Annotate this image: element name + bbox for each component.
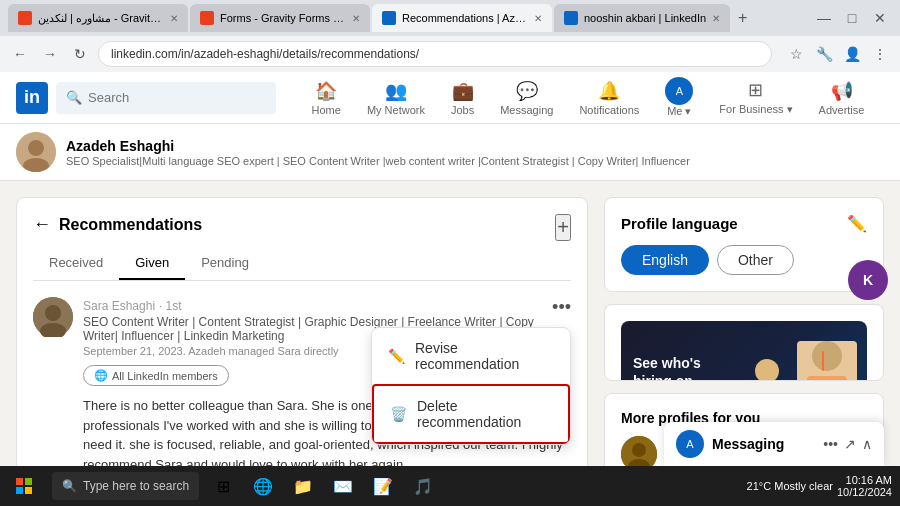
tab-close-4[interactable]: ✕ <box>712 13 720 24</box>
profile-headline: SEO Specialist|Multi language SEO expert… <box>66 155 884 167</box>
delete-recommendation-item[interactable]: 🗑️ Delete recommendation <box>372 384 570 444</box>
refresh-button[interactable]: ↻ <box>68 42 92 66</box>
tab-favicon-1 <box>18 11 32 25</box>
search-bar[interactable]: 🔍 <box>56 82 276 114</box>
nav-me-label: Me ▾ <box>667 105 691 118</box>
nav-network-label: My Network <box>367 104 425 116</box>
globe-icon: 🌐 <box>94 369 108 382</box>
bookmark-button[interactable]: ☆ <box>784 42 808 66</box>
search-input[interactable] <box>88 90 266 105</box>
nav-network[interactable]: 👥 My Network <box>355 76 437 120</box>
tab-close-2[interactable]: ✕ <box>352 13 360 24</box>
language-edit-button[interactable]: ✏️ <box>847 214 867 233</box>
svg-point-7 <box>812 341 842 371</box>
rec-name: Sara Eshaghi · 1st <box>83 297 571 313</box>
messaging-collapse-button[interactable]: ∧ <box>862 436 872 452</box>
rec-avatar <box>33 297 73 337</box>
nav-notifications[interactable]: 🔔 Notifications <box>567 76 651 120</box>
tab-given[interactable]: Given <box>119 247 185 280</box>
ad-text: See who'shiring onLinkedIn. <box>633 354 701 381</box>
recommendations-title: Recommendations <box>59 216 202 234</box>
nav-messaging[interactable]: 💬 Messaging <box>488 76 565 120</box>
tab-4[interactable]: nooshin akbari | LinkedIn ✕ <box>554 4 730 32</box>
forward-button[interactable]: → <box>38 42 62 66</box>
linkedin-header: in 🔍 🏠 Home 👥 My Network 💼 Jobs 💬 Messag… <box>0 72 900 124</box>
extensions-button[interactable]: 🔧 <box>812 42 836 66</box>
start-button[interactable] <box>0 466 48 506</box>
nav-home[interactable]: 🏠 Home <box>300 76 353 120</box>
new-tab-button[interactable]: + <box>732 9 753 27</box>
maximize-button[interactable]: □ <box>840 6 864 30</box>
recommendation-tabs: Received Given Pending <box>33 247 571 281</box>
taskbar-app-6[interactable]: 🎵 <box>403 466 443 506</box>
profile-avatar <box>16 132 56 172</box>
svg-rect-15 <box>16 478 23 485</box>
profile-bar: Azadeh Eshaghi SEO Specialist|Multi lang… <box>0 124 900 181</box>
trash-icon: 🗑️ <box>390 406 407 422</box>
karma-button[interactable]: K <box>848 260 888 300</box>
taskbar-search-text: Type here to search <box>83 479 189 493</box>
taskbar-app-3[interactable]: 📁 <box>283 466 323 506</box>
nav-advertise-label: Advertise <box>819 104 865 116</box>
svg-point-13 <box>632 443 646 457</box>
ad-title: See who'shiring onLinkedIn. <box>633 354 701 381</box>
taskbar-app-2[interactable]: 🌐 <box>243 466 283 506</box>
browser-actions: ☆ 🔧 👤 ⋮ <box>784 42 892 66</box>
messaging-avatar: A <box>676 430 704 458</box>
tab-favicon-2 <box>200 11 214 25</box>
linkedin-nav: 🏠 Home 👥 My Network 💼 Jobs 💬 Messaging 🔔… <box>292 73 884 122</box>
nav-advertise[interactable]: 📢 Advertise <box>807 76 877 120</box>
add-recommendation-button[interactable]: + <box>555 214 571 241</box>
nav-jobs-label: Jobs <box>451 104 474 116</box>
messaging-expand-button[interactable]: ↗ <box>844 436 856 452</box>
tab-3[interactable]: Recommendations | Azadeh Es... ✕ <box>372 4 552 32</box>
menu-button[interactable]: ⋮ <box>868 42 892 66</box>
taskbar-app-4[interactable]: ✉️ <box>323 466 363 506</box>
language-title-row: Profile language ✏️ <box>621 214 867 233</box>
back-arrow-icon: ← <box>33 214 51 235</box>
taskbar-apps: ⊞ 🌐 📁 ✉️ 📝 🎵 <box>203 466 443 506</box>
minimize-button[interactable]: — <box>812 6 836 30</box>
back-button[interactable]: ← <box>8 42 32 66</box>
url-bar[interactable]: linkedin.com/in/azadeh-eshaghi/details/r… <box>98 41 772 67</box>
tab-favicon-3 <box>382 11 396 25</box>
taskbar-search[interactable]: 🔍 Type here to search <box>52 472 199 500</box>
tab-pending[interactable]: Pending <box>185 247 265 280</box>
tab-close-1[interactable]: ✕ <box>170 13 178 24</box>
tab-2[interactable]: Forms - Gravity Forms | گروه ✕ <box>190 4 370 32</box>
svg-rect-8 <box>807 376 847 381</box>
svg-rect-11 <box>822 351 824 371</box>
browser-chrome: مشاوره | لنکدین - Gravity Forms ✕ Forms … <box>0 0 900 72</box>
taskbar-app-1[interactable]: ⊞ <box>203 466 243 506</box>
svg-point-9 <box>755 359 779 381</box>
tab-close-3[interactable]: ✕ <box>534 13 542 24</box>
tab-received[interactable]: Received <box>33 247 119 280</box>
profile-info: Azadeh Eshaghi SEO Specialist|Multi lang… <box>66 138 884 167</box>
network-icon: 👥 <box>385 80 407 102</box>
tab-label-1: مشاوره | لنکدین - Gravity Forms <box>38 12 164 25</box>
close-window-button[interactable]: ✕ <box>868 6 892 30</box>
tab-1[interactable]: مشاوره | لنکدین - Gravity Forms ✕ <box>8 4 188 32</box>
nav-me[interactable]: A Me ▾ <box>653 73 705 122</box>
profile-button[interactable]: 👤 <box>840 42 864 66</box>
edit-icon: ✏️ <box>388 348 405 364</box>
svg-point-1 <box>28 140 44 156</box>
all-linkedin-members-badge[interactable]: 🌐 All LinkedIn members <box>83 365 229 386</box>
taskbar-app-5[interactable]: 📝 <box>363 466 403 506</box>
nav-business[interactable]: ⊞ For Business ▾ <box>707 75 804 120</box>
messaging-icon: 💬 <box>516 80 538 102</box>
language-title: Profile language <box>621 215 738 232</box>
back-button[interactable]: ← Recommendations <box>33 214 571 235</box>
more-options-button[interactable]: ••• <box>552 297 571 318</box>
nav-jobs[interactable]: 💼 Jobs <box>439 76 486 120</box>
messaging-actions: ••• ↗ ∧ <box>823 436 872 452</box>
tab-label-3: Recommendations | Azadeh Es... <box>402 12 528 24</box>
taskbar-right: 21°C Mostly clear 10:16 AM 10/12/2024 <box>747 474 900 498</box>
other-button[interactable]: Other <box>717 245 794 275</box>
revise-recommendation-item[interactable]: ✏️ Revise recommendation <box>372 328 570 384</box>
svg-rect-18 <box>25 487 32 494</box>
home-icon: 🏠 <box>315 80 337 102</box>
english-button[interactable]: English <box>621 245 709 275</box>
messaging-more-button[interactable]: ••• <box>823 436 838 452</box>
tab-label-2: Forms - Gravity Forms | گروه <box>220 12 346 25</box>
